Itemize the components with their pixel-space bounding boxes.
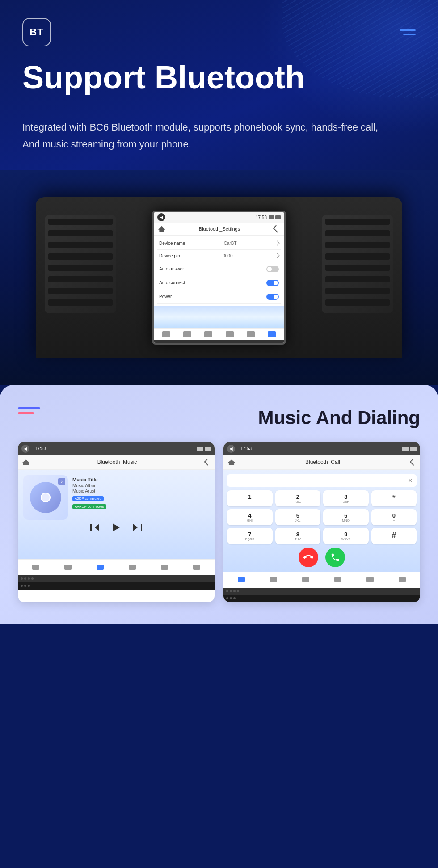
bottom-logo-line-1: [18, 407, 40, 409]
ms-key-hash[interactable]: #: [371, 528, 417, 544]
svg-marker-2: [113, 523, 120, 531]
ms-nav-user[interactable]: [64, 565, 72, 570]
hu-nav-phone[interactable]: [204, 331, 212, 337]
hu-time: 17:53: [256, 215, 267, 220]
hu-auto-connect-toggle[interactable]: [266, 280, 279, 286]
hu-nav-user[interactable]: [183, 331, 191, 337]
ms-key-5[interactable]: 5JKL: [275, 509, 321, 525]
ms-key-4[interactable]: 4GHI: [227, 509, 273, 525]
ms-music-title-row: Bluetooth_Music: [18, 455, 215, 470]
ms-call-back-btn[interactable]: ◀: [227, 445, 235, 453]
ms-key-0-sub: +: [393, 519, 395, 522]
hero-description: Integrated with BC6 Bluetooth module, su…: [22, 119, 416, 152]
ms-status-bar-2: [18, 575, 215, 582]
hu-settings-list: Device name CarBT Device pin 0000 Auto a…: [154, 236, 284, 306]
ms-music-title: Bluetooth_Music: [97, 459, 137, 465]
ms-call-home-icon[interactable]: [228, 459, 235, 465]
hu-device-name-row[interactable]: Device name CarBT: [157, 237, 281, 250]
ms-nav-clip[interactable]: [161, 565, 168, 570]
ms-nav-phone[interactable]: [129, 565, 136, 570]
ms-call-nav-grid[interactable]: [238, 577, 245, 582]
svg-rect-1: [90, 524, 92, 531]
hu-home-icon[interactable]: [158, 226, 165, 232]
ms-call-nav-phone[interactable]: [302, 577, 309, 582]
ms-call-wifi-icon: [410, 447, 417, 451]
hu-auto-connect-row[interactable]: Auto connect: [157, 276, 281, 290]
music-screen-card: ◀ 17:53 Bluetooth_Music ♪: [18, 442, 215, 602]
ms-home-icon[interactable]: [22, 459, 29, 465]
hu-nav-settings-active[interactable]: [268, 331, 276, 337]
hu-power-row[interactable]: Power: [157, 290, 281, 304]
hu-nav-grid[interactable]: [162, 331, 170, 337]
ms-track-album: Music Album: [72, 483, 107, 488]
ms-track-info: Music Title Music Album Music Artist A2D…: [72, 475, 107, 520]
ms-call-nav-bar: [223, 572, 420, 588]
ms-music-status-bar: ◀ 17:53: [18, 442, 215, 455]
hu-nav-music[interactable]: [226, 331, 234, 337]
hu-device-pin-row[interactable]: Device pin 0000: [157, 250, 281, 262]
ms-key-6-sub: MNO: [342, 519, 350, 522]
bt-logo: BT: [22, 18, 51, 46]
ms-nav-music-active[interactable]: [97, 565, 104, 570]
ms-play-button[interactable]: [111, 523, 122, 531]
hu-auto-answer-toggle[interactable]: [266, 266, 279, 272]
hu-nav-clip[interactable]: [247, 331, 255, 337]
ms-key-star[interactable]: *: [371, 490, 417, 506]
ms-key-7[interactable]: 7PQRS: [227, 528, 273, 544]
ms-call-nav-settings[interactable]: [399, 577, 406, 582]
ms-call-status-bar: ◀ 17:53: [223, 442, 420, 455]
ms-key-8-sub: TUV: [295, 538, 301, 541]
ms-dial-content: ✕ 1— 2ABC 3DEF * 4GHI 5JKL 6MNO 0+ 7PQRS…: [223, 470, 420, 572]
ms-nav-settings[interactable]: [193, 565, 200, 570]
hu-chevron-1: [274, 241, 279, 246]
hero-section: BT Support Bluetooth Integrated with BC6…: [0, 0, 438, 170]
hu-device-name-value: CarBT: [224, 241, 237, 246]
ms-music-back-icon[interactable]: [204, 459, 211, 466]
ms-prev-button[interactable]: [89, 523, 100, 531]
ms-call-nav-clip[interactable]: [366, 577, 374, 582]
ms-key-3[interactable]: 3DEF: [323, 490, 369, 506]
ms-track-title: Music Title: [72, 477, 107, 482]
hu-wave-bg: [154, 306, 284, 328]
ms-call-back-icon[interactable]: [410, 459, 417, 466]
ms-key-9[interactable]: 9WXYZ: [323, 528, 369, 544]
ms-dial-clear[interactable]: ✕: [408, 477, 413, 484]
hero-header: BT: [22, 18, 416, 46]
ms-answer-call-button[interactable]: [325, 548, 345, 567]
ms-key-2[interactable]: 2ABC: [275, 490, 321, 506]
hu-back-button[interactable]: ◀: [157, 213, 165, 221]
ms-key-4-sub: GHI: [247, 519, 253, 522]
head-unit-screen[interactable]: ◀ 17:53 Bluetooth_Settings Device: [152, 211, 286, 345]
ms-music-row: ♪ Music Title Music Album Music Artist A…: [23, 475, 209, 520]
hu-power-toggle[interactable]: [266, 294, 279, 300]
ms-key-1-sub: —: [248, 500, 251, 503]
ms-call-status-bar-2: [223, 588, 420, 595]
hu-back-icon[interactable]: [273, 225, 280, 233]
bottom-logo: [18, 407, 40, 414]
ms-next-button[interactable]: [132, 523, 143, 531]
menu-button[interactable]: [400, 29, 416, 35]
ms-key-6[interactable]: 6MNO: [323, 509, 369, 525]
ms-nav-bar: [18, 559, 215, 575]
ms-music-content: ♪ Music Title Music Album Music Artist A…: [18, 470, 215, 559]
ms-end-call-button[interactable]: [299, 548, 318, 567]
car-background: ◀ 17:53 Bluetooth_Settings Device: [0, 170, 438, 385]
hu-auto-answer-row[interactable]: Auto answer: [157, 262, 281, 276]
ms-keypad: 1— 2ABC 3DEF * 4GHI 5JKL 6MNO 0+ 7PQRS 8…: [227, 490, 417, 544]
ms-key-1[interactable]: 1—: [227, 490, 273, 506]
ms-album-disc: [30, 482, 61, 513]
hu-wifi-icon: [275, 215, 281, 219]
ms-dial-input[interactable]: ✕: [227, 474, 417, 487]
ms-back-btn[interactable]: ◀: [21, 445, 29, 453]
call-screen-card: ◀ 17:53 Bluetooth_Call ✕: [223, 442, 420, 602]
ms-nav-grid[interactable]: [32, 565, 39, 570]
svg-marker-0: [95, 524, 99, 531]
ms-key-2-sub: ABC: [295, 500, 301, 503]
ms-key-8[interactable]: 8TUV: [275, 528, 321, 544]
menu-line-2: [403, 34, 416, 35]
ms-key-0[interactable]: 0+: [371, 509, 417, 525]
ms-note-icon: ♪: [58, 478, 65, 485]
ms-call-nav-user[interactable]: [270, 577, 277, 582]
ms-call-nav-music[interactable]: [334, 577, 341, 582]
hu-auto-answer-label: Auto answer: [159, 266, 184, 271]
